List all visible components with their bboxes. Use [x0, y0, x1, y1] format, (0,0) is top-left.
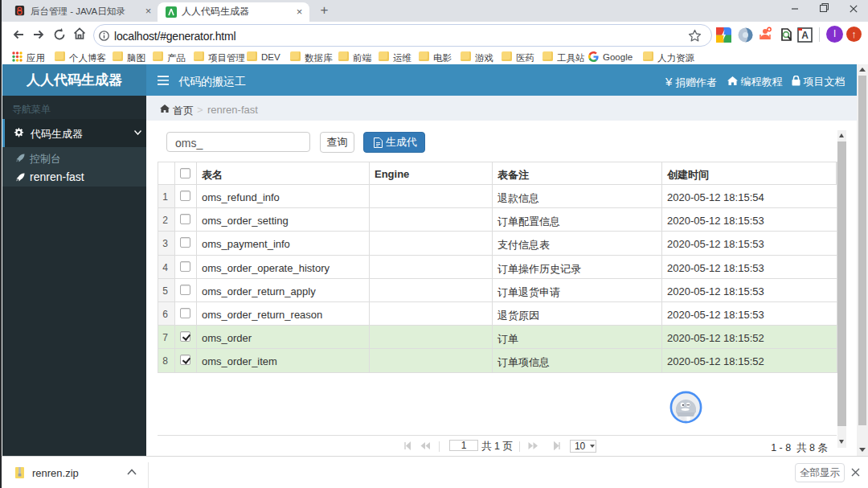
svg-text:A: A [801, 30, 809, 41]
